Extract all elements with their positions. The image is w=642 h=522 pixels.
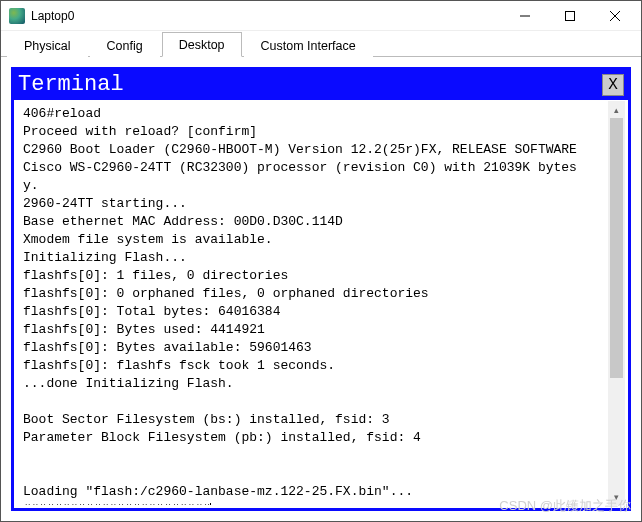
terminal-header: Terminal X	[14, 70, 628, 100]
scroll-thumb[interactable]	[610, 118, 623, 378]
window-title: Laptop0	[31, 9, 502, 23]
scroll-up-arrow-icon[interactable]: ▴	[608, 101, 625, 118]
tab-desktop[interactable]: Desktop	[162, 32, 242, 57]
terminal-cursor	[210, 503, 211, 505]
vertical-scrollbar[interactable]: ▴ ▾	[608, 101, 625, 505]
tab-label: Config	[107, 39, 143, 53]
terminal-panel: Terminal X 406#reload Proceed with reloa…	[11, 67, 631, 511]
window-controls	[502, 2, 637, 30]
tab-physical[interactable]: Physical	[7, 33, 88, 57]
tab-label: Desktop	[179, 38, 225, 52]
scroll-down-arrow-icon[interactable]: ▾	[608, 488, 625, 505]
close-x-label: X	[608, 77, 618, 93]
tab-custom-interface[interactable]: Custom Interface	[244, 33, 373, 57]
minimize-button[interactable]	[502, 2, 547, 30]
terminal-output[interactable]: 406#reload Proceed with reload? [confirm…	[17, 101, 608, 505]
terminal-body-wrap: 406#reload Proceed with reload? [confirm…	[17, 101, 625, 505]
tab-label: Custom Interface	[261, 39, 356, 53]
terminal-close-button[interactable]: X	[602, 74, 624, 96]
tabs-row: Physical Config Desktop Custom Interface	[1, 31, 641, 57]
svg-rect-1	[565, 11, 574, 20]
tab-label: Physical	[24, 39, 71, 53]
maximize-button[interactable]	[547, 2, 592, 30]
close-window-button[interactable]	[592, 2, 637, 30]
titlebar: Laptop0	[1, 1, 641, 31]
tab-config[interactable]: Config	[90, 33, 160, 57]
app-icon	[9, 8, 25, 24]
app-window: Laptop0 Physical Config Desktop Custom I…	[0, 0, 642, 522]
terminal-title: Terminal	[18, 72, 602, 97]
